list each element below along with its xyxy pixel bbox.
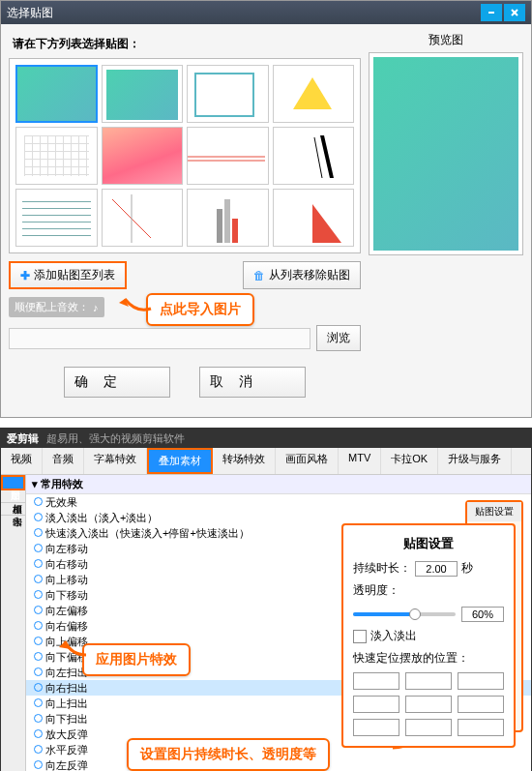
tab-0[interactable]: 视频 [1, 448, 43, 474]
cancel-button[interactable]: 取 消 [199, 367, 306, 398]
effect-item[interactable]: 无效果 [26, 494, 531, 510]
thumb-3[interactable] [187, 65, 269, 123]
callout-arrow-icon [57, 634, 96, 663]
pos-mc[interactable] [405, 696, 452, 713]
svg-rect-12 [224, 199, 230, 243]
thumb-4[interactable] [273, 65, 355, 123]
thumb-8[interactable] [273, 127, 355, 185]
sticker-dialog: 选择贴图 请在下方列表选择贴图： [0, 0, 532, 418]
preview-title: 预览图 [369, 32, 523, 48]
thumb-11[interactable] [187, 189, 269, 247]
side-tab-2[interactable]: 去水印 [1, 503, 25, 516]
position-grid [353, 672, 504, 736]
fade-label: 淡入淡出 [370, 628, 417, 644]
tab-1[interactable]: 音频 [43, 448, 84, 474]
thumb-9[interactable] [15, 189, 98, 247]
duration-input[interactable] [415, 561, 458, 577]
svg-line-8 [314, 137, 322, 178]
svg-rect-11 [217, 209, 222, 243]
pos-tc[interactable] [405, 672, 452, 690]
app-brand: 爱剪辑 [7, 431, 39, 446]
tab-3[interactable]: 叠加素材 [147, 448, 213, 474]
video-editor-app: 爱剪辑 超易用、强大的视频剪辑软件 视频音频字幕特效叠加素材转场特效画面风格MT… [0, 428, 532, 771]
callout-import: 点此导入图片 [146, 293, 254, 326]
sound-label: 顺便配上音效： ♪ [9, 297, 104, 317]
pos-tl[interactable] [353, 672, 399, 690]
thumb-12[interactable] [273, 189, 355, 247]
opacity-value[interactable] [461, 607, 504, 622]
side-tab-0[interactable]: 加贴图 [1, 475, 25, 490]
callout-arrow-icon [117, 289, 156, 318]
side-tab-1[interactable]: 加相框 [1, 490, 25, 503]
app-tagline: 超易用、强大的视频剪辑软件 [46, 431, 185, 446]
sticker-grid [9, 58, 361, 253]
tab-7[interactable]: 卡拉OK [381, 448, 438, 474]
music-note-icon: ♪ [93, 302, 99, 313]
pos-bc[interactable] [405, 719, 452, 736]
svg-marker-4 [293, 77, 332, 109]
thumb-10[interactable] [102, 189, 184, 247]
preview-box [369, 52, 523, 255]
plus-icon: ✚ [20, 269, 30, 282]
opacity-slider[interactable] [353, 612, 456, 616]
svg-marker-14 [312, 204, 341, 243]
tab-2[interactable]: 字幕特效 [84, 448, 147, 474]
tab-5[interactable]: 画面风格 [276, 448, 339, 474]
opacity-label: 透明度： [353, 582, 504, 599]
remove-sticker-label: 从列表移除贴图 [269, 267, 350, 283]
duration-label: 持续时长： [353, 560, 411, 577]
tab-8[interactable]: 升级与服务 [438, 448, 512, 474]
titlebar: 选择贴图 [1, 1, 531, 24]
close-button[interactable] [504, 4, 525, 21]
pos-bl[interactable] [353, 719, 399, 736]
tab-4[interactable]: 转场特效 [213, 448, 276, 474]
thumb-6[interactable] [102, 127, 184, 185]
thumb-7[interactable] [187, 127, 269, 185]
thumb-5[interactable] [15, 127, 98, 185]
side-tabs: 加贴图加相框去水印 [1, 475, 26, 771]
thumb-1[interactable] [15, 65, 98, 123]
ok-button[interactable]: 确 定 [64, 367, 170, 398]
remove-sticker-button[interactable]: 🗑 从列表移除贴图 [243, 261, 361, 289]
dialog-title: 选择贴图 [7, 5, 53, 21]
trash-icon: 🗑 [253, 269, 265, 282]
pos-mr[interactable] [458, 696, 504, 713]
app-titlebar: 爱剪辑 超易用、强大的视频剪辑软件 [1, 429, 531, 448]
right-panel-title: 贴图设置 [467, 502, 521, 521]
add-sticker-button[interactable]: ✚ 添加贴图至列表 [9, 261, 127, 289]
callout-apply-effect: 应用图片特效 [82, 643, 191, 676]
effect-category[interactable]: ▾ 常用特效 [26, 475, 531, 494]
svg-marker-7 [320, 135, 334, 178]
settings-title: 贴图设置 [353, 535, 504, 552]
callout-settings: 设置图片持续时长、透明度等 [127, 738, 330, 771]
settings-panel: 贴图设置 持续时长： 秒 透明度： 淡入淡出 快速定位摆放的位置： [341, 523, 516, 748]
duration-unit: 秒 [461, 560, 473, 577]
minimize-button[interactable] [481, 4, 502, 21]
svg-rect-3 [195, 74, 253, 116]
pos-ml[interactable] [353, 696, 399, 713]
main-tabs: 视频音频字幕特效叠加素材转场特效画面风格MTV卡拉OK升级与服务 [1, 448, 531, 475]
preview-image [373, 57, 518, 251]
svg-rect-13 [232, 219, 238, 243]
position-label: 快速定位摆放的位置： [353, 650, 504, 667]
pos-tr[interactable] [458, 672, 504, 690]
add-sticker-label: 添加贴图至列表 [34, 267, 115, 283]
pos-br[interactable] [458, 719, 504, 736]
thumb-2[interactable] [102, 65, 184, 123]
instruction-text: 请在下方列表选择贴图： [13, 36, 361, 52]
fade-checkbox[interactable] [353, 630, 367, 643]
tab-6[interactable]: MTV [339, 448, 381, 474]
sound-path-input[interactable] [9, 328, 310, 349]
browse-button[interactable]: 浏览 [316, 325, 361, 351]
